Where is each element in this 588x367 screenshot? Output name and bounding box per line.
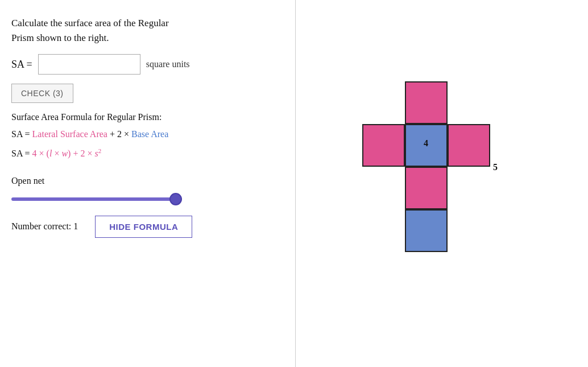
net-bottom-blue	[405, 209, 448, 252]
net-top-pink	[405, 81, 448, 124]
formula-title: Surface Area Formula for Regular Prism:	[11, 112, 278, 122]
formula-line2-prefix: SA =	[11, 149, 32, 158]
formula-line1-prefix: SA =	[11, 129, 32, 139]
dimension-5-label: 5	[493, 162, 498, 172]
net-lower-mid-pink	[405, 167, 448, 209]
formula-section: Surface Area Formula for Regular Prism: …	[11, 112, 278, 161]
instruction-line2: Prism shown to the right.	[11, 32, 109, 43]
sa-input-field[interactable]	[38, 54, 140, 75]
right-panel: 4 5	[296, 0, 588, 367]
instruction-line1: Calculate the surface area of the Regula…	[11, 18, 169, 28]
instruction-text: Calculate the surface area of the Regula…	[11, 16, 278, 45]
net-diagram: 4 5	[362, 81, 521, 286]
net-mid-left-pink	[362, 124, 405, 167]
formula-line1: SA = Lateral Surface Area + 2 × Base Are…	[11, 127, 278, 142]
net-mid-right-pink	[448, 124, 490, 167]
dimension-4-label: 4	[424, 138, 428, 149]
formula-math-pink: 4 × (l × w) + 2 × s2	[32, 149, 102, 158]
slider-thumb[interactable]	[169, 193, 182, 205]
number-correct-label: Number correct: 1	[11, 221, 78, 232]
slider-track[interactable]	[11, 197, 182, 201]
open-net-label: Open net	[11, 176, 278, 186]
formula-line2: SA = 4 × (l × w) + 2 × s2	[11, 146, 278, 161]
lateral-surface-area-text: Lateral Surface Area	[32, 129, 107, 139]
left-panel: Calculate the surface area of the Regula…	[0, 0, 296, 367]
formula-line1-mid: + 2 ×	[107, 129, 131, 139]
check-button[interactable]: CHECK (3)	[11, 84, 73, 103]
sa-units-label: square units	[146, 59, 190, 69]
bottom-row: Number correct: 1 HIDE FORMULA	[11, 216, 278, 238]
sa-label: SA =	[11, 59, 32, 71]
slider-container[interactable]	[11, 197, 278, 201]
base-area-text: Base Area	[131, 129, 168, 139]
sa-input-row: SA = square units	[11, 54, 278, 75]
hide-formula-button[interactable]: HIDE FORMULA	[95, 216, 192, 238]
